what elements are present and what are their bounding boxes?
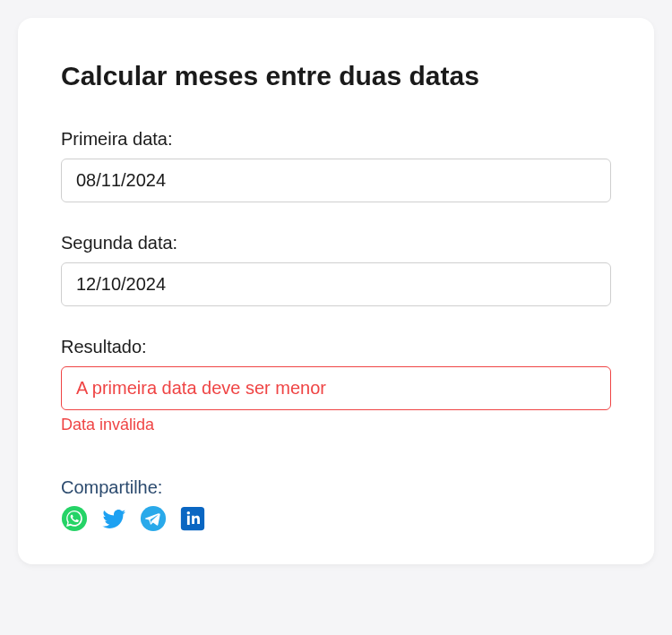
share-whatsapp-button[interactable] bbox=[61, 505, 88, 532]
svg-point-1 bbox=[141, 506, 166, 531]
second-date-label: Segunda data: bbox=[61, 233, 611, 253]
linkedin-icon bbox=[179, 505, 206, 532]
second-date-input[interactable] bbox=[61, 262, 611, 306]
share-twitter-button[interactable] bbox=[100, 505, 127, 532]
share-section: Compartilhe: bbox=[61, 477, 611, 532]
result-value: A primeira data deve ser menor bbox=[61, 366, 611, 410]
share-title: Compartilhe: bbox=[61, 477, 611, 498]
first-date-input[interactable] bbox=[61, 159, 611, 202]
share-icons-row bbox=[61, 505, 611, 532]
share-linkedin-button[interactable] bbox=[179, 505, 206, 532]
result-label: Resultado: bbox=[61, 337, 611, 357]
second-date-group: Segunda data: bbox=[61, 233, 611, 306]
first-date-group: Primeira data: bbox=[61, 129, 611, 202]
result-group: Resultado: A primeira data deve ser meno… bbox=[61, 337, 611, 434]
first-date-label: Primeira data: bbox=[61, 129, 611, 150]
twitter-icon bbox=[100, 505, 127, 532]
result-hint: Data inválida bbox=[61, 416, 611, 434]
whatsapp-icon bbox=[61, 505, 88, 532]
svg-point-0 bbox=[62, 506, 87, 531]
calculator-card: Calcular meses entre duas datas Primeira… bbox=[18, 18, 654, 564]
share-telegram-button[interactable] bbox=[140, 505, 167, 532]
page-title: Calcular meses entre duas datas bbox=[61, 61, 611, 91]
telegram-icon bbox=[140, 505, 167, 532]
